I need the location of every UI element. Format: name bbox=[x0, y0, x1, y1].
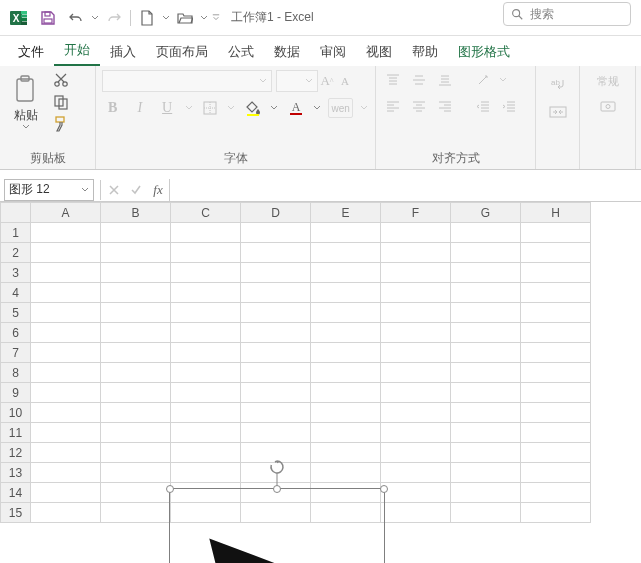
cell[interactable] bbox=[381, 283, 451, 303]
borders-dropdown[interactable] bbox=[227, 104, 237, 112]
name-box[interactable]: 图形 12 bbox=[4, 179, 94, 201]
phonetic-dropdown[interactable] bbox=[359, 104, 369, 112]
undo-button[interactable] bbox=[64, 6, 88, 30]
cell[interactable] bbox=[451, 303, 521, 323]
cell[interactable] bbox=[101, 283, 171, 303]
cell[interactable] bbox=[31, 383, 101, 403]
cell[interactable] bbox=[171, 283, 241, 303]
cell[interactable] bbox=[101, 303, 171, 323]
row-header[interactable]: 4 bbox=[1, 283, 31, 303]
cell[interactable] bbox=[241, 303, 311, 323]
cell[interactable] bbox=[171, 323, 241, 343]
col-header[interactable]: G bbox=[451, 203, 521, 223]
cell[interactable] bbox=[101, 443, 171, 463]
cell[interactable] bbox=[521, 383, 591, 403]
cell[interactable] bbox=[521, 503, 591, 523]
open-button[interactable] bbox=[173, 6, 197, 30]
tab-view[interactable]: 视图 bbox=[356, 37, 402, 66]
number-format-select[interactable]: 常规 bbox=[597, 74, 619, 89]
col-header[interactable]: C bbox=[171, 203, 241, 223]
cell[interactable] bbox=[451, 503, 521, 523]
row-header[interactable]: 3 bbox=[1, 263, 31, 283]
row-header[interactable]: 6 bbox=[1, 323, 31, 343]
cell[interactable] bbox=[311, 423, 381, 443]
row-header[interactable]: 8 bbox=[1, 363, 31, 383]
tab-file[interactable]: 文件 bbox=[8, 37, 54, 66]
font-color-dropdown[interactable] bbox=[312, 104, 322, 112]
wrap-text-button[interactable]: ab bbox=[547, 74, 569, 94]
cell[interactable] bbox=[381, 323, 451, 343]
selected-shape[interactable] bbox=[169, 488, 385, 563]
cell[interactable] bbox=[31, 263, 101, 283]
resize-handle-n[interactable] bbox=[273, 485, 281, 493]
cell[interactable] bbox=[521, 263, 591, 283]
fill-color-dropdown[interactable] bbox=[270, 104, 280, 112]
row-header[interactable]: 15 bbox=[1, 503, 31, 523]
decrease-indent-button[interactable] bbox=[472, 96, 494, 116]
cell[interactable] bbox=[311, 403, 381, 423]
new-file-dropdown[interactable] bbox=[161, 14, 171, 22]
cell[interactable] bbox=[451, 463, 521, 483]
tab-home[interactable]: 开始 bbox=[54, 35, 100, 66]
row-header[interactable]: 9 bbox=[1, 383, 31, 403]
cell[interactable] bbox=[381, 223, 451, 243]
cell[interactable] bbox=[521, 223, 591, 243]
cell[interactable] bbox=[451, 383, 521, 403]
italic-button[interactable]: I bbox=[129, 98, 150, 118]
new-file-button[interactable] bbox=[135, 6, 159, 30]
align-middle-button[interactable] bbox=[408, 70, 430, 90]
cell[interactable] bbox=[311, 343, 381, 363]
cell[interactable] bbox=[451, 223, 521, 243]
row-header[interactable]: 13 bbox=[1, 463, 31, 483]
row-header[interactable]: 5 bbox=[1, 303, 31, 323]
borders-button[interactable] bbox=[199, 98, 220, 118]
cell[interactable] bbox=[241, 223, 311, 243]
row-header[interactable]: 10 bbox=[1, 403, 31, 423]
cell[interactable] bbox=[241, 363, 311, 383]
cell[interactable] bbox=[241, 403, 311, 423]
orientation-button[interactable] bbox=[472, 70, 494, 90]
cell[interactable] bbox=[31, 403, 101, 423]
row-header[interactable]: 7 bbox=[1, 343, 31, 363]
cell[interactable] bbox=[451, 363, 521, 383]
cell[interactable] bbox=[311, 263, 381, 283]
cell[interactable] bbox=[171, 263, 241, 283]
cell[interactable] bbox=[171, 403, 241, 423]
col-header[interactable]: B bbox=[101, 203, 171, 223]
cell[interactable] bbox=[101, 483, 171, 503]
cell[interactable] bbox=[101, 383, 171, 403]
row-header[interactable]: 1 bbox=[1, 223, 31, 243]
cell[interactable] bbox=[31, 343, 101, 363]
col-header[interactable]: D bbox=[241, 203, 311, 223]
cell[interactable] bbox=[31, 243, 101, 263]
cell[interactable] bbox=[451, 483, 521, 503]
cell[interactable] bbox=[101, 423, 171, 443]
cancel-formula-button[interactable] bbox=[103, 179, 125, 201]
cell[interactable] bbox=[521, 423, 591, 443]
cell[interactable] bbox=[521, 343, 591, 363]
cell[interactable] bbox=[311, 463, 381, 483]
cell[interactable] bbox=[311, 283, 381, 303]
cell[interactable] bbox=[381, 443, 451, 463]
search-box[interactable]: 搜索 bbox=[503, 2, 631, 26]
align-left-button[interactable] bbox=[382, 96, 404, 116]
font-color-button[interactable]: A bbox=[285, 98, 306, 118]
cell[interactable] bbox=[101, 263, 171, 283]
cell[interactable] bbox=[451, 343, 521, 363]
underline-dropdown[interactable] bbox=[184, 104, 194, 112]
cell[interactable] bbox=[381, 243, 451, 263]
open-dropdown[interactable] bbox=[199, 14, 209, 22]
cell[interactable] bbox=[451, 263, 521, 283]
cell[interactable] bbox=[101, 503, 171, 523]
row-header[interactable]: 12 bbox=[1, 443, 31, 463]
increase-indent-button[interactable] bbox=[498, 96, 520, 116]
cell[interactable] bbox=[101, 403, 171, 423]
cell[interactable] bbox=[521, 303, 591, 323]
bold-button[interactable]: B bbox=[102, 98, 123, 118]
cell[interactable] bbox=[31, 503, 101, 523]
cell[interactable] bbox=[171, 423, 241, 443]
enter-formula-button[interactable] bbox=[125, 179, 147, 201]
orientation-dropdown[interactable] bbox=[498, 76, 508, 84]
cell[interactable] bbox=[171, 223, 241, 243]
cell[interactable] bbox=[171, 363, 241, 383]
